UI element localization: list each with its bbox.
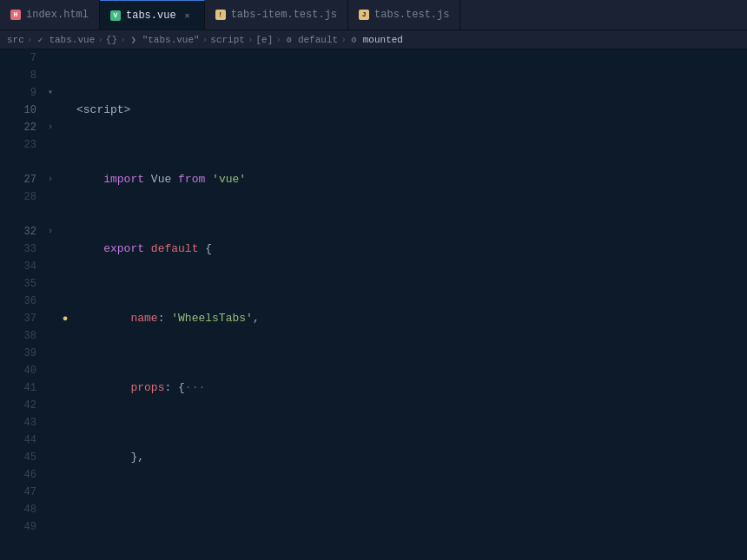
- code-line-22: props: {···: [76, 379, 747, 397]
- code-editor: 7 8 9 10 22 23 27 28 32 33 34 35 36 37 3…: [0, 49, 747, 560]
- tab-bar: H index.html V tabs.vue ✕ ! tabs-item.te…: [0, 0, 747, 30]
- bc-bracket: [e]: [256, 35, 274, 45]
- breadcrumb: src › ✓ tabs.vue › {} › ❯ "tabs.vue" › s…: [0, 30, 747, 49]
- tab-label-tabs-item-test: tabs-item.test.js: [231, 9, 337, 21]
- fold-arrows-column: ▾ › › ›: [43, 49, 57, 560]
- bc-src: src: [7, 35, 24, 45]
- bc-mounted: mounted: [363, 35, 403, 45]
- warning-icons-column: ●: [57, 49, 73, 560]
- vue-icon: V: [110, 10, 121, 21]
- tab-label-tabs-vue: tabs.vue: [126, 10, 176, 22]
- tab-label-tabs-test: tabs.test.js: [374, 9, 449, 21]
- js-icon: J: [359, 10, 369, 20]
- tab-close-tabs-vue[interactable]: ✕: [182, 10, 194, 22]
- bc-braces: {}: [106, 35, 117, 45]
- warning-icon-line37: ●: [57, 310, 73, 327]
- bc-filename-str: "tabs.vue": [142, 35, 200, 45]
- code-line-24: [76, 518, 747, 536]
- tab-tabs-item-test[interactable]: ! tabs-item.test.js: [205, 0, 348, 30]
- code-line-23: },: [76, 449, 747, 466]
- code-line-9: export default {: [76, 240, 747, 258]
- code-area[interactable]: <script> import Vue from 'vue' export de…: [73, 49, 747, 560]
- code-line-8: import Vue from 'vue': [76, 171, 747, 188]
- code-line-10: name: 'WheelsTabs',: [76, 310, 747, 327]
- html-icon: H: [10, 10, 21, 20]
- bc-script: script: [210, 35, 245, 45]
- code-line-7: <script>: [76, 102, 747, 119]
- bc-file: tabs.vue: [49, 35, 95, 45]
- tab-label-index-html: index.html: [26, 9, 89, 21]
- line-number-gutter: 7 8 9 10 22 23 27 28 32 33 34 35 36 37 3…: [0, 49, 43, 560]
- tab-tabs-vue[interactable]: V tabs.vue ✕: [100, 0, 205, 30]
- warning-file-icon: !: [215, 10, 226, 20]
- bc-default: default: [298, 35, 338, 45]
- tab-index-html[interactable]: H index.html: [0, 0, 100, 30]
- tab-tabs-test[interactable]: J tabs.test.js: [348, 0, 460, 30]
